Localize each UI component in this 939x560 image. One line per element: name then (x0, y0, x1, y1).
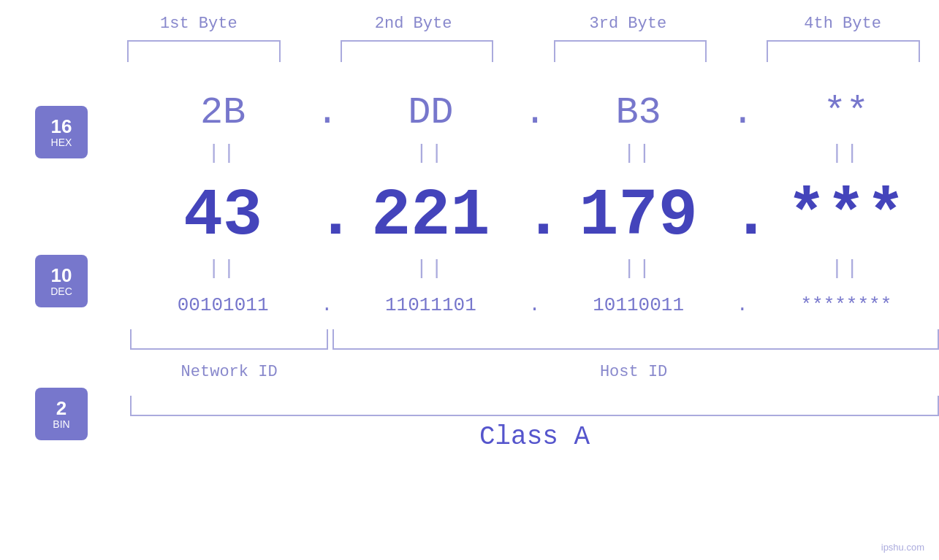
hex-badge-num: 16 (51, 116, 72, 137)
hex-val-4: ** (753, 91, 939, 134)
watermark: ipshu.com (881, 542, 924, 553)
dec-val-2: 221 (338, 179, 523, 253)
dec-val-3: 179 (546, 179, 731, 253)
equals-row-2: || || || || (130, 257, 939, 280)
dot-dec-3: . (731, 179, 753, 253)
hex-val-1: 2B (130, 91, 316, 134)
bracket-top-2 (341, 40, 493, 62)
bottom-brackets (130, 329, 939, 357)
byte2-label: 2nd Byte (375, 15, 452, 33)
dot-dec-1: . (316, 179, 338, 253)
bin-badge-num: 2 (56, 398, 66, 419)
equals-3: || (546, 142, 731, 164)
equals-5: || (130, 257, 316, 280)
dec-badge-label: DEC (50, 285, 72, 297)
bracket-top-4 (767, 40, 919, 62)
bracket-top-3 (554, 40, 707, 62)
bin-val-4: ******** (753, 294, 939, 316)
class-bracket (130, 396, 939, 416)
data-columns: 2B . DD . B3 . ** || || || || 43 (130, 69, 939, 452)
byte3-label: 3rd Byte (590, 15, 667, 33)
dec-badge: 10 DEC (35, 255, 88, 307)
badges-column: 16 HEX 10 DEC 2 BIN (35, 69, 130, 452)
hex-badge-label: HEX (51, 137, 72, 148)
header-row: 1st Byte 2nd Byte 3rd Byte 4th Byte (0, 15, 939, 33)
bin-row: 00101011 . 11011101 . 10110011 . *******… (130, 294, 939, 316)
dot-bin-2: . (524, 294, 546, 316)
bin-badge-label: BIN (53, 418, 69, 430)
bin-badge: 2 BIN (35, 388, 88, 440)
bin-val-3: 10110011 (546, 294, 731, 316)
equals-2: || (338, 142, 523, 164)
main-content: 16 HEX 10 DEC 2 BIN 2B . DD . B3 (0, 69, 939, 452)
host-bracket (332, 329, 939, 350)
byte1-label: 1st Byte (160, 15, 237, 33)
class-section: Class A (130, 396, 939, 452)
dec-val-1: 43 (130, 179, 316, 253)
hex-row: 2B . DD . B3 . ** (130, 91, 939, 134)
equals-row-1: || || || || (130, 142, 939, 164)
dot-hex-3: . (731, 91, 753, 134)
hex-val-2: DD (338, 91, 523, 134)
equals-6: || (338, 257, 523, 280)
dec-row: 43 . 221 . 179 . *** (130, 179, 939, 253)
equals-7: || (546, 257, 731, 280)
dot-hex-2: . (524, 91, 546, 134)
id-labels: Network ID Host ID (130, 363, 939, 381)
dot-hex-1: . (316, 91, 338, 134)
dot-bin-3: . (731, 294, 753, 316)
hex-val-3: B3 (546, 91, 731, 134)
dec-val-4: *** (753, 179, 939, 253)
bin-val-1: 00101011 (130, 294, 316, 316)
hex-badge: 16 HEX (35, 106, 88, 158)
class-label: Class A (479, 422, 590, 452)
dot-dec-2: . (524, 179, 546, 253)
byte4-label: 4th Byte (804, 15, 881, 33)
bin-val-2: 11011101 (338, 294, 523, 316)
equals-1: || (130, 142, 316, 164)
bracket-tops (0, 37, 939, 69)
dot-bin-1: . (316, 294, 338, 316)
network-bracket (130, 329, 328, 350)
equals-8: || (753, 257, 939, 280)
main-container: 1st Byte 2nd Byte 3rd Byte 4th Byte (0, 0, 939, 560)
network-id-label: Network ID (181, 363, 278, 381)
dec-badge-num: 10 (51, 265, 72, 286)
equals-4: || (753, 142, 939, 164)
host-id-label: Host ID (600, 363, 667, 381)
bracket-top-1 (127, 40, 280, 62)
